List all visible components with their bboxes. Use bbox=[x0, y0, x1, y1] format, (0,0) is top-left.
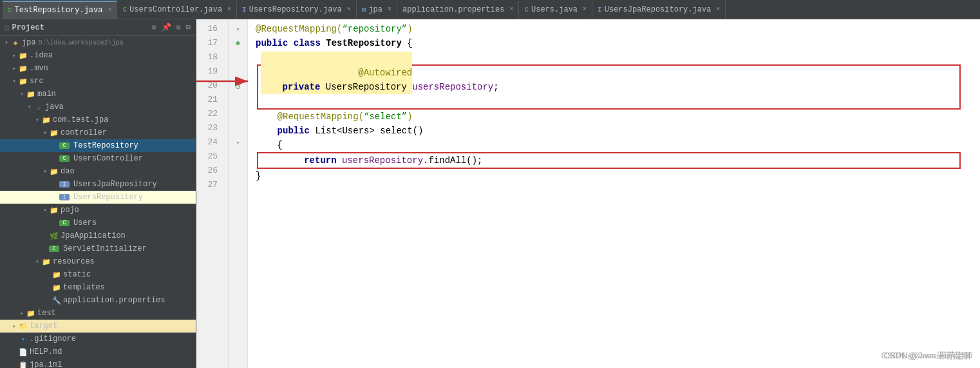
class-icon: C bbox=[59, 155, 70, 162]
tab-close[interactable]: × bbox=[347, 6, 351, 13]
tree-item-users-controller[interactable]: C UsersController bbox=[0, 152, 196, 165]
tree-item-users-jpa-repo[interactable]: I UsersJpaRepository bbox=[0, 178, 196, 191]
tree-item-resources[interactable]: ▾ 📁 resources bbox=[0, 255, 196, 268]
tree-item-users[interactable]: C Users bbox=[0, 217, 196, 229]
tree-item-users-repo[interactable]: I UsersRepository bbox=[0, 191, 196, 204]
md-icon: 📄 bbox=[18, 348, 28, 356]
expand-arrow: ▾ bbox=[18, 90, 26, 98]
expand-arrow: ▾ bbox=[33, 116, 41, 124]
token: { bbox=[256, 138, 283, 152]
tree-item-servlet-initializer[interactable]: C ServletInitializer bbox=[0, 242, 196, 255]
expand-arrow: ▸ bbox=[10, 64, 18, 72]
tab-close[interactable]: × bbox=[388, 6, 391, 13]
tree-item-jpa-application[interactable]: 🌿 JpaApplication bbox=[0, 229, 196, 242]
code-line-19: @Autowired bbox=[258, 66, 959, 80]
folder-icon: 📁 bbox=[18, 77, 28, 86]
tree-item-templates[interactable]: 📁 templates bbox=[0, 281, 196, 294]
sidebar-header: ▤ Project ⚙ 📌 ⚙ ⊟ bbox=[0, 19, 196, 36]
tree-item-main[interactable]: ▾ 📁 main bbox=[0, 88, 196, 101]
highlight-box-1: @Autowired private UsersRepository users… bbox=[257, 64, 961, 110]
tab-close[interactable]: × bbox=[716, 6, 720, 13]
tab-users[interactable]: C Users.java × bbox=[519, 1, 592, 19]
code-line-24: { bbox=[256, 138, 980, 152]
tree-item-gitignore[interactable]: 🔹 .gitignore bbox=[0, 333, 196, 345]
tab-icon: m bbox=[362, 6, 366, 14]
tab-label: UsersJpaRepository.java bbox=[605, 5, 711, 14]
folder-icon: 📁 bbox=[41, 116, 52, 124]
tree-item-src[interactable]: ▾ 📁 src bbox=[0, 75, 196, 88]
line-num-19: 19 bbox=[196, 64, 223, 79]
tab-icon: I bbox=[598, 6, 602, 14]
code-area: 16 17 18 19 20 21 22 23 24 25 26 27 ▾ ● … bbox=[196, 19, 980, 368]
tab-jpa[interactable]: m jpa × bbox=[357, 1, 397, 19]
tree-item-com-test-jpa[interactable]: ▾ 📁 com.test.jpa bbox=[0, 113, 196, 126]
tree-item-mvn[interactable]: ▸ 📁 .mvn bbox=[0, 62, 196, 75]
tab-users-repository[interactable]: I UsersRepository.java × bbox=[237, 1, 357, 19]
tree-item-java[interactable]: ▾ ☕ java bbox=[0, 101, 196, 113]
tree-item-pojo[interactable]: ▾ 📁 pojo bbox=[0, 204, 196, 217]
code-line-16: @RequestMapping(“repository”) bbox=[256, 22, 980, 36]
tab-close[interactable]: × bbox=[227, 6, 231, 13]
tree-label: dao bbox=[61, 167, 75, 176]
gutter-24: ▾ bbox=[229, 135, 247, 150]
tab-test-repository[interactable]: C TestRepository.java × bbox=[3, 1, 117, 19]
expand-arrow: ▾ bbox=[3, 39, 10, 46]
tab-users-jpa-repository[interactable]: I UsersJpaRepository.java × bbox=[592, 1, 726, 19]
token: TestRepository bbox=[326, 36, 407, 50]
tree-item-target[interactable]: ▸ 📁 target bbox=[0, 320, 196, 333]
folder-icon: 📁 bbox=[41, 258, 52, 266]
tab-icon: C bbox=[122, 6, 127, 14]
token: > bbox=[369, 124, 380, 138]
tab-close[interactable]: × bbox=[509, 6, 513, 13]
tree-item-application-properties[interactable]: 🔧 application.properties bbox=[0, 294, 196, 307]
token: UsersRepository bbox=[326, 80, 412, 94]
tab-close[interactable]: × bbox=[108, 6, 111, 14]
line-num-21: 21 bbox=[196, 93, 223, 107]
code-line-23: public List<Users> select() bbox=[256, 124, 980, 138]
tree-item-dao[interactable]: ▾ 📁 dao bbox=[0, 165, 196, 178]
tab-label: application.properties bbox=[402, 5, 504, 14]
pin-icon[interactable]: 📌 bbox=[160, 21, 173, 34]
tree-label: .idea bbox=[30, 51, 53, 60]
spring-icon: 🌿 bbox=[49, 232, 59, 240]
tree-item-test-repository[interactable]: C TestRepository bbox=[0, 139, 196, 152]
gutter-17: ● bbox=[229, 36, 247, 50]
token: “repository” bbox=[342, 22, 407, 36]
gutter-16: ▾ bbox=[229, 22, 247, 36]
tree-label: target bbox=[30, 322, 57, 331]
gutter-26 bbox=[229, 164, 247, 178]
collapse-icon[interactable]: ⊟ bbox=[185, 21, 192, 34]
tree-label: main bbox=[37, 90, 56, 99]
token: List bbox=[315, 124, 337, 138]
code-line-26: } bbox=[256, 169, 980, 183]
code-editor[interactable]: 16 17 18 19 20 21 22 23 24 25 26 27 ▾ ● … bbox=[196, 19, 980, 368]
tab-users-controller[interactable]: C UsersController.java × bbox=[117, 1, 237, 19]
token: usersRepository bbox=[342, 153, 423, 168]
sidebar-title: Project bbox=[12, 23, 44, 32]
tab-application-properties[interactable]: application.properties × bbox=[397, 1, 519, 19]
path-label: D:\idea_workspace2\jpa bbox=[39, 39, 124, 46]
tree-label: src bbox=[30, 77, 44, 86]
tab-icon: C bbox=[524, 6, 529, 14]
interface-icon: I bbox=[59, 194, 70, 200]
gitignore-icon: 🔹 bbox=[18, 335, 28, 344]
expand-arrow: ▾ bbox=[41, 206, 49, 214]
tree-item-jpa-iml[interactable]: 📋 jpa.iml bbox=[0, 358, 196, 368]
folder-icon: 📁 bbox=[18, 52, 28, 60]
tab-close[interactable]: × bbox=[583, 6, 587, 13]
tree-item-jpa-root[interactable]: ▾ ◆ jpa D:\idea_workspace2\jpa bbox=[0, 36, 196, 49]
gear-icon[interactable]: ⚙ bbox=[175, 21, 182, 34]
tree-item-help-md[interactable]: 📄 HELP.md bbox=[0, 345, 196, 358]
tree-item-idea[interactable]: ▸ 📁 .idea bbox=[0, 49, 196, 62]
tab-label: jpa bbox=[368, 5, 382, 14]
gutter-19 bbox=[229, 64, 247, 79]
gutter-25 bbox=[229, 150, 247, 164]
tree-item-controller[interactable]: ▾ 📁 controller bbox=[0, 126, 196, 139]
class-icon: C bbox=[49, 246, 59, 252]
settings-icon[interactable]: ⚙ bbox=[150, 21, 157, 34]
tree-item-test[interactable]: ▸ 📁 test bbox=[0, 307, 196, 320]
tree-label: ServletInitializer bbox=[63, 244, 147, 253]
folder-icon: 📁 bbox=[18, 64, 28, 73]
line-num-24: 24 bbox=[196, 135, 223, 150]
tree-item-static[interactable]: 📁 static bbox=[0, 268, 196, 281]
